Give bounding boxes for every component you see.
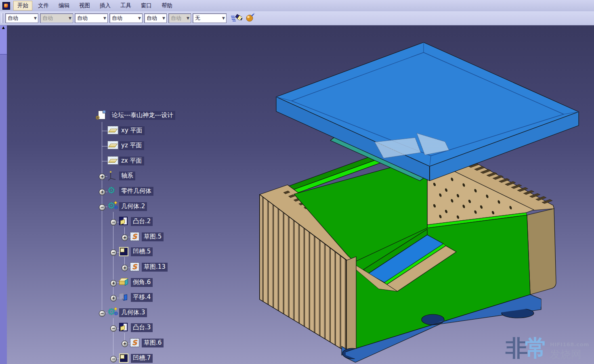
- menu-item-4[interactable]: 视图: [75, 1, 94, 10]
- menu-item-6[interactable]: 工具: [116, 1, 135, 10]
- pocket-icon[interactable]: [119, 354, 128, 363]
- plane-icon[interactable]: [107, 156, 118, 165]
- menu-item-8[interactable]: 帮助: [157, 1, 176, 10]
- viewport-3d[interactable]: ▲: [0, 25, 594, 364]
- tree-expander-collapse[interactable]: −: [110, 356, 117, 362]
- paintbrush-icon[interactable]: [231, 12, 243, 24]
- menu-bar: 开始文件编辑视图插入工具窗口帮助: [0, 0, 594, 12]
- sketch-icon[interactable]: S: [130, 232, 139, 241]
- pad-icon[interactable]: [119, 323, 128, 331]
- tree-expander-collapse[interactable]: −: [110, 219, 117, 226]
- tree-node-4[interactable]: zx 平面: [119, 157, 144, 165]
- front-corner[interactable]: [346, 257, 356, 352]
- tree-expander-expand[interactable]: +: [122, 234, 128, 241]
- gear-icon[interactable]: ⚙: [107, 186, 115, 195]
- gearplus-icon[interactable]: ⚙✦⚙: [107, 308, 115, 316]
- gearplus-icon[interactable]: ⚙✦⚙: [107, 202, 115, 210]
- tree-node-16[interactable]: 草图.6: [142, 339, 164, 347]
- tree-expander-collapse[interactable]: −: [110, 325, 117, 332]
- tree-expander-expand[interactable]: +: [110, 280, 117, 287]
- watermark-site: HIFI168.com: [550, 341, 589, 347]
- tree-node-3[interactable]: yz 平面: [119, 141, 144, 150]
- menu-item-5[interactable]: 插入: [96, 1, 115, 10]
- pad-icon[interactable]: [119, 217, 128, 225]
- material-sphere-icon[interactable]: [245, 12, 256, 24]
- foot[interactable]: [422, 314, 444, 325]
- tree-node-1[interactable]: 论坛---泰山神龙---设计: [110, 111, 175, 120]
- tree-expander-collapse[interactable]: −: [99, 204, 105, 211]
- tree-expander-expand[interactable]: +: [99, 174, 105, 180]
- watermark-logo-left: 非: [506, 337, 527, 360]
- toolbar-dropdown-6[interactable]: 自动▼: [168, 13, 191, 23]
- tree-expander-expand[interactable]: +: [99, 189, 105, 195]
- pocket-icon[interactable]: [119, 247, 128, 256]
- tree-node-12[interactable]: 倒角.6: [131, 278, 153, 287]
- toolbar-grip[interactable]: [1, 13, 3, 23]
- doc-icon[interactable]: ⚙: [98, 111, 105, 119]
- watermark: 非 常 HIFI168.com 发烧网: [506, 337, 589, 362]
- tree-node-5[interactable]: 轴系: [119, 172, 135, 180]
- menu-item-7[interactable]: 窗口: [137, 1, 156, 10]
- tree-expander-collapse[interactable]: −: [99, 310, 105, 317]
- tree-node-2[interactable]: xy 平面: [119, 126, 145, 135]
- toolbar-dropdown-7[interactable]: 无▼: [193, 13, 227, 23]
- toolbar-dropdown-2[interactable]: 自动▼: [40, 13, 73, 23]
- app-logo-icon[interactable]: [2, 2, 10, 10]
- toolbar-dropdown-1[interactable]: 自动▼: [5, 13, 38, 23]
- tree-node-7[interactable]: 几何体.2: [119, 202, 147, 211]
- toolbar-dropdown-3[interactable]: 自动▼: [75, 13, 108, 23]
- tree-expander-collapse[interactable]: −: [110, 249, 117, 256]
- menu-item-1[interactable]: 开始: [13, 1, 32, 10]
- tree-node-11[interactable]: 草图.13: [142, 263, 168, 272]
- tree-node-15[interactable]: 凸台.3: [131, 323, 153, 332]
- plane-icon[interactable]: [107, 126, 118, 134]
- tree-expander-expand[interactable]: +: [110, 295, 117, 301]
- tree-expander-expand[interactable]: +: [122, 265, 128, 271]
- watermark-logo-right: 常: [525, 337, 548, 360]
- tree-node-17[interactable]: 凹槽.7: [131, 354, 153, 363]
- watermark-name: 发烧网: [550, 347, 589, 362]
- plane-icon[interactable]: [107, 141, 118, 149]
- chamfer-icon[interactable]: [119, 278, 128, 285]
- feature-tree[interactable]: ⚙论坛---泰山神龙---设计xy 平面yz 平面zx 平面轴系+⚙零件几何体+…: [0, 25, 226, 364]
- tree-node-8[interactable]: 凸台.2: [131, 217, 153, 226]
- axis-icon[interactable]: [107, 171, 116, 182]
- lid[interactable]: [276, 42, 579, 181]
- menu-item-2[interactable]: 文件: [34, 1, 53, 10]
- translate-icon[interactable]: ↘: [119, 293, 128, 301]
- menu-item-3[interactable]: 编辑: [55, 1, 73, 10]
- tree-node-9[interactable]: 草图.5: [142, 232, 164, 241]
- tree-node-13[interactable]: 平移.4: [131, 293, 153, 302]
- tree-node-6[interactable]: 零件几何体: [119, 187, 153, 196]
- toolbar-dropdown-5[interactable]: 自动▼: [144, 13, 167, 23]
- sketch-icon[interactable]: S: [130, 262, 139, 271]
- tree-node-14[interactable]: 几何体.3: [119, 308, 147, 317]
- sketch-icon[interactable]: S: [130, 338, 139, 347]
- tree-expander-expand[interactable]: +: [122, 341, 128, 347]
- tree-node-10[interactable]: 凹槽.5: [131, 247, 153, 256]
- toolbar-dropdown-4[interactable]: 自动▼: [109, 13, 143, 23]
- right-side-face[interactable]: [527, 209, 556, 295]
- toolbar: 自动▼自动▼自动▼自动▼自动▼自动▼无▼: [0, 11, 594, 25]
